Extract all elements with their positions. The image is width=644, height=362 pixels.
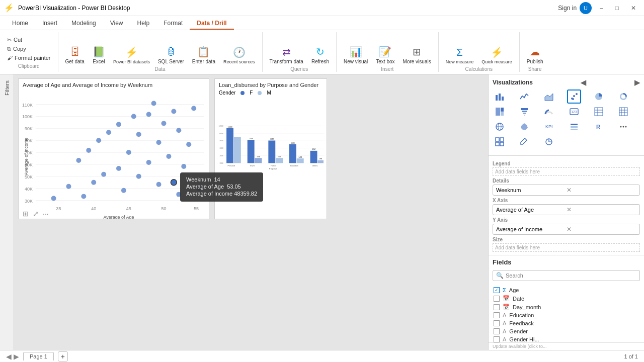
more-icon[interactable]: ··· — [43, 210, 49, 218]
recent-sources-button[interactable]: 🕐 Recent sources — [220, 35, 258, 65]
refresh-button[interactable]: ↻ Refresh — [308, 35, 332, 65]
viz-map-icon[interactable] — [493, 120, 507, 134]
day-month-checkbox[interactable] — [494, 304, 500, 310]
education-checkbox[interactable] — [494, 312, 500, 318]
y-axis-dropdown[interactable]: Average of Income ✕ — [493, 224, 640, 235]
x-axis-clear-btn[interactable]: ✕ — [567, 206, 637, 213]
cut-button[interactable]: ✂ Cut — [4, 35, 54, 44]
viz-panel-title-text: Visualizations — [493, 79, 533, 86]
viz-filled-map-icon[interactable] — [517, 120, 531, 134]
fields-search-box[interactable]: 🔍 — [493, 270, 640, 281]
viz-area-icon[interactable] — [542, 89, 556, 104]
viz-panel-nav-left[interactable]: ◀ — [581, 78, 586, 86]
feedback-checkbox[interactable] — [494, 320, 500, 326]
fields-search-input[interactable] — [506, 273, 636, 279]
svg-point-36 — [156, 140, 162, 145]
field-education[interactable]: A Education_ — [492, 311, 641, 319]
tooltip-avg-income: Average of Income 48359.82 — [186, 191, 257, 197]
x-axis-dropdown[interactable]: Average of Age ✕ — [493, 204, 640, 215]
tab-data-drill[interactable]: Data / Drill — [190, 18, 233, 30]
viz-treemap-icon[interactable] — [493, 105, 507, 119]
field-day-month[interactable]: 📅 Day_month — [492, 303, 641, 311]
field-age[interactable]: Σ Age — [492, 286, 641, 294]
field-gender[interactable]: A Gender — [492, 327, 641, 335]
viz-gauge-icon[interactable] — [542, 105, 556, 119]
weeknum-clear-btn[interactable]: ✕ — [567, 187, 637, 194]
viz-grid-icon[interactable] — [493, 135, 507, 149]
svg-point-50 — [121, 188, 126, 193]
svg-point-45 — [101, 172, 106, 177]
size-drop-area: Add data fields here — [493, 243, 640, 252]
avatar: U — [580, 2, 592, 14]
copy-button[interactable]: ⧉ Copy — [4, 44, 54, 53]
transform-data-button[interactable]: ⇄ Transform data — [267, 35, 306, 65]
text-box-button[interactable]: 📝 Text box — [373, 35, 397, 65]
signin-area[interactable]: Sign in U — [558, 2, 592, 14]
tab-insert[interactable]: Insert — [35, 18, 64, 30]
new-visual-button[interactable]: 📊 New visual — [341, 35, 371, 65]
viz-more-icon[interactable] — [616, 120, 630, 134]
age-checkbox[interactable] — [494, 287, 500, 293]
viz-matrix-icon[interactable] — [616, 105, 630, 119]
viz-donut-icon[interactable] — [616, 89, 630, 104]
tab-format[interactable]: Format — [156, 18, 190, 30]
y-axis-clear-btn[interactable]: ✕ — [567, 226, 637, 233]
svg-text:R: R — [596, 124, 600, 130]
powerbi-datasets-button[interactable]: ⚡ Power BI datasets — [110, 35, 153, 65]
tab-help[interactable]: Help — [130, 18, 157, 30]
details-panel: Legend Add data fields here Details Week… — [489, 155, 644, 255]
signin-label[interactable]: Sign in — [558, 5, 577, 12]
viz-panel-nav-right[interactable]: ▶ — [634, 78, 640, 86]
viz-r-icon[interactable]: R — [592, 120, 606, 134]
maximize-button[interactable]: □ — [611, 4, 623, 13]
svg-rect-129 — [571, 129, 578, 130]
quick-measure-button[interactable]: ⚡ Quick measure — [478, 35, 515, 65]
tab-home[interactable]: Home — [5, 18, 35, 30]
viz-paintbrush-icon[interactable] — [517, 135, 531, 149]
viz-kpi-icon[interactable]: KPI — [542, 120, 556, 134]
gender-hi-checkbox[interactable] — [494, 336, 500, 342]
viz-analytics-icon[interactable] — [542, 135, 556, 149]
viz-card-icon[interactable]: 123 — [567, 105, 581, 119]
viz-line-icon[interactable] — [517, 89, 531, 104]
svg-rect-83 — [310, 151, 317, 163]
add-page-button[interactable]: + — [58, 351, 68, 361]
filter-icon[interactable]: ⊞ — [23, 210, 29, 218]
nav-forward-button[interactable]: ▶ — [14, 352, 19, 360]
weeknum-dropdown[interactable]: Weeknum ✕ — [493, 185, 640, 196]
viz-pie-icon[interactable] — [592, 89, 606, 104]
svg-rect-95 — [502, 97, 504, 101]
sql-server-button[interactable]: 🛢 SQL Server — [155, 35, 187, 65]
excel-button[interactable]: 📗 Excel — [90, 35, 108, 65]
viz-funnel-icon[interactable] — [517, 105, 531, 119]
sql-icon: 🛢 — [166, 46, 176, 58]
viz-bar-icon[interactable] — [493, 89, 507, 104]
svg-point-29 — [146, 112, 151, 117]
publish-button[interactable]: ☁ Publish — [524, 35, 546, 65]
minimize-button[interactable]: – — [596, 4, 607, 13]
svg-point-43 — [116, 166, 121, 171]
more-visuals-button[interactable]: ⊞ More visuals — [400, 35, 434, 65]
viz-scatter-icon[interactable] — [567, 89, 581, 104]
gender-checkbox[interactable] — [494, 328, 500, 334]
field-date[interactable]: 📅 Date — [492, 294, 641, 303]
viz-table-icon[interactable] — [592, 105, 606, 119]
field-feedback[interactable]: A Feedback — [492, 319, 641, 327]
tab-view[interactable]: View — [103, 18, 130, 30]
page-1-tab[interactable]: Page 1 — [23, 352, 54, 360]
get-data-button[interactable]: 🗄 Get data — [62, 35, 88, 65]
close-button[interactable]: ✕ — [627, 4, 640, 13]
nav-back-button[interactable]: ◀ — [6, 352, 12, 360]
focus-icon[interactable]: ⤢ — [33, 210, 39, 218]
enter-data-button[interactable]: 📋 Enter data — [189, 35, 218, 65]
age-label: Age — [509, 287, 519, 293]
date-checkbox[interactable] — [494, 296, 500, 302]
field-gender-hi[interactable]: A Gender Hi... — [492, 335, 641, 342]
format-painter-button[interactable]: 🖌 Format painter — [4, 53, 54, 62]
svg-point-55 — [171, 179, 177, 186]
viz-slicer-icon[interactable] — [567, 120, 581, 134]
bottom-bar: ◀ ▶ Page 1 + 1 of 1 — [0, 350, 644, 362]
svg-rect-110 — [523, 113, 526, 114]
tab-modeling[interactable]: Modeling — [64, 18, 103, 30]
new-measure-button[interactable]: Σ New measure — [443, 35, 477, 65]
